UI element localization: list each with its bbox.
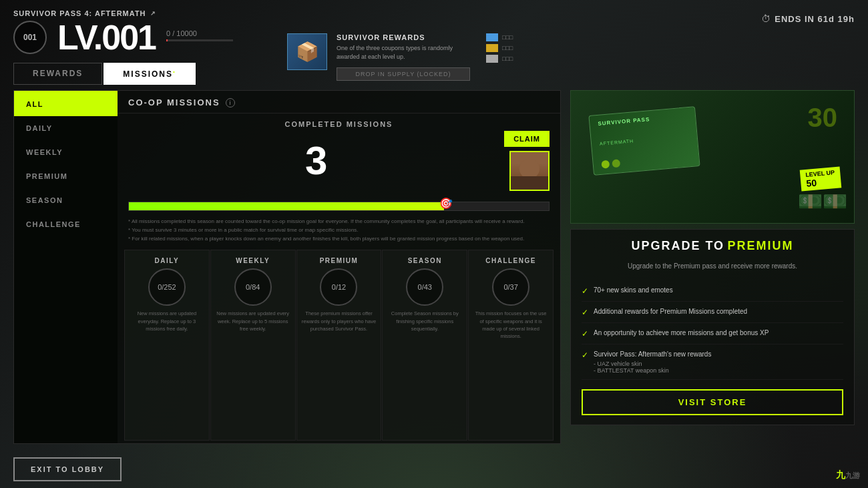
stat-daily-title: DAILY [155, 257, 180, 264]
sidebar-item-all[interactable]: ALL• [14, 91, 118, 116]
timer-icon: ⏱ [761, 13, 771, 24]
stat-challenge-circle: 0/37 [492, 268, 529, 306]
stat-premium-progress: 0/12 [332, 283, 346, 291]
survivor-rewards-info: SURVIVOR REWARDS One of the three coupon… [337, 33, 470, 81]
benefit-text-1: 70+ new skins and emotes [594, 286, 673, 295]
stat-premium-desc: These premium missions offer rewards onl… [301, 310, 377, 332]
upgrade-title-row: UPGRADE TO PREMIUM [582, 239, 843, 253]
survivor-rewards-center: 📦 SURVIVOR REWARDS One of the three coup… [287, 33, 513, 81]
stat-challenge-progress: 0/37 [503, 283, 517, 291]
completed-section: COMPLETED MISSIONS 3 CLAIM [118, 113, 560, 198]
stat-challenge-desc: This mission focuses on the use of speci… [473, 310, 549, 340]
completed-title: COMPLETED MISSIONS [128, 120, 550, 128]
missions-dot: • [173, 69, 176, 75]
stat-card-weekly: WEEKLY 0/84 New missions are updated eve… [210, 250, 296, 441]
reward-types: □□□ □□□ □□□ [486, 33, 513, 63]
benefit-item-3: ✓ An opportunity to achieve more mission… [582, 323, 843, 344]
pass-level-badge: LEVEL UP 50 [800, 166, 841, 191]
check-icon-2: ✓ [582, 308, 588, 317]
note-text-2: * You must survive 3 minutes or more in … [128, 226, 550, 235]
stat-card-daily: DAILY 0/252 New missions are updated eve… [124, 250, 210, 441]
top-left: SURVIVOR PASS 4: AFTERMATH ↗ 001 LV.001 … [13, 9, 233, 55]
note-text-1: * All missions completed this season are… [128, 218, 550, 226]
reward-label-gold: □□□ [502, 45, 513, 51]
benefit-item-1: ✓ 70+ new skins and emotes [582, 280, 843, 302]
sidebar-weekly-label: WEEKLY [26, 148, 63, 156]
reward-type-gold: □□□ [486, 44, 513, 52]
game-title: SURVIVOR PASS 4: AFTERMATH ↗ [13, 9, 233, 17]
upgrade-suffix: PREMIUM [728, 239, 794, 252]
level-display: LV.001 [57, 20, 156, 55]
reward-type-gray: □□□ [486, 55, 513, 63]
exit-to-lobby-button[interactable]: EXIT TO LOBBY [13, 457, 122, 481]
stat-weekly-title: WEEKLY [236, 257, 270, 264]
claim-button[interactable]: CLAIM [504, 131, 550, 147]
survivor-rewards-desc: One of the three coupons types is random… [337, 44, 470, 61]
drop-supply-button[interactable]: DROP IN SUPPLY (LOCKED) [337, 67, 470, 81]
visit-store-button[interactable]: VISIT STORE [582, 389, 843, 415]
benefit-text-4: Survivor Pass: Aftermath's new rewards -… [594, 350, 711, 374]
stat-weekly-progress: 0/84 [246, 283, 260, 291]
game-title-text: SURVIVOR PASS 4: AFTERMATH [13, 9, 146, 17]
sidebar-premium-label: PREMIUM [26, 172, 67, 180]
stat-card-challenge: CHALLENGE 0/37 This mission focuses on t… [468, 250, 554, 441]
stat-weekly-desc: New missions are updated every week. Rep… [215, 310, 291, 332]
sidebar-item-weekly[interactable]: WEEKLY [14, 140, 118, 164]
sidebar-item-premium[interactable]: PREMIUM [14, 164, 118, 188]
tab-missions[interactable]: MISSIONS• [103, 63, 196, 85]
reward-box-icon: 📦 [287, 33, 327, 70]
level-sub: 0 / 10000 [166, 29, 233, 45]
completed-count: 3 [128, 141, 504, 181]
pass-big-number: 30 [808, 104, 838, 131]
bottom-row: EXIT TO LOBBY [0, 451, 868, 488]
upgrade-section: UPGRADE TO PREMIUM Upgrade to the Premiu… [570, 229, 855, 425]
left-panel: ALL• DAILY WEEKLY PREMIUM SEASON [13, 90, 561, 444]
level-row: 001 LV.001 0 / 10000 [13, 20, 233, 55]
stats-grid: DAILY 0/252 New missions are updated eve… [124, 250, 554, 441]
sidebar-all-label: ALL [26, 100, 43, 108]
stat-daily-progress: 0/252 [158, 283, 176, 291]
survivor-rewards-title: SURVIVOR REWARDS [337, 33, 470, 41]
main-container: SURVIVOR PASS 4: AFTERMATH ↗ 001 LV.001 … [0, 0, 868, 488]
stat-season-desc: Complete Season missions by finishing sp… [387, 310, 463, 332]
progress-arrow: 🎯 [439, 197, 453, 210]
upgrade-prefix: UPGRADE TO [631, 239, 724, 252]
bills-icon: 💵💵 [798, 190, 847, 213]
top-right-timer: ⏱ ENDS IN 61d 19h [761, 13, 855, 24]
sidebar-item-season[interactable]: SEASON [14, 188, 118, 212]
stat-premium-circle: 0/12 [320, 268, 357, 306]
external-link-icon[interactable]: ↗ [150, 10, 156, 17]
reward-color-gray [486, 55, 498, 63]
reward-label-blue: □□□ [502, 34, 513, 41]
sidebar-item-daily[interactable]: DAILY [14, 116, 118, 140]
tab-rewards[interactable]: REWARDS [13, 63, 102, 85]
stat-daily-circle: 0/252 [148, 268, 186, 306]
benefit-text-3: An opportunity to achieve more missions … [594, 328, 769, 338]
level-badge-text: LEVEL UP [805, 169, 835, 178]
left-inner: ALL• DAILY WEEKLY PREMIUM SEASON [14, 91, 560, 443]
sidebar-item-challenge[interactable]: CHALLENGE [14, 212, 118, 236]
level-xp: 0 / 10000 [166, 29, 233, 37]
reward-type-blue: □□□ [486, 33, 513, 41]
level-circle-number: 001 [23, 33, 37, 42]
stat-daily-desc: New missions are updated everyday. Repla… [129, 310, 205, 332]
right-panel: SURVIVOR PASS AFTERMATH 30 LEVEL UP 50 [570, 90, 855, 444]
sidebar-all-dot: • [43, 99, 46, 105]
portrait-face [511, 152, 548, 190]
stat-season-title: SEASON [408, 257, 442, 264]
coop-title: CO-OP MISSIONS [128, 97, 220, 107]
stat-weekly-circle: 0/84 [234, 268, 272, 306]
reward-color-gold [486, 44, 498, 52]
coop-info-icon[interactable]: i [226, 98, 235, 107]
progress-bar: 🎯 [128, 202, 550, 211]
sidebar-challenge-label: CHALLENGE [26, 220, 81, 228]
level-badge-number: 50 [806, 178, 817, 189]
stat-season-circle: 0/43 [406, 268, 443, 306]
level-circle: 001 [13, 21, 47, 54]
check-icon-1: ✓ [582, 286, 588, 296]
stat-season-progress: 0/43 [418, 283, 432, 291]
reward-color-blue [486, 33, 498, 41]
benefit-text-2: Additional rewards for Premium Missions … [594, 307, 747, 316]
benefit-list: ✓ 70+ new skins and emotes ✓ Additional … [582, 280, 843, 380]
benefit-item-4: ✓ Survivor Pass: Aftermath's new rewards… [582, 344, 843, 380]
